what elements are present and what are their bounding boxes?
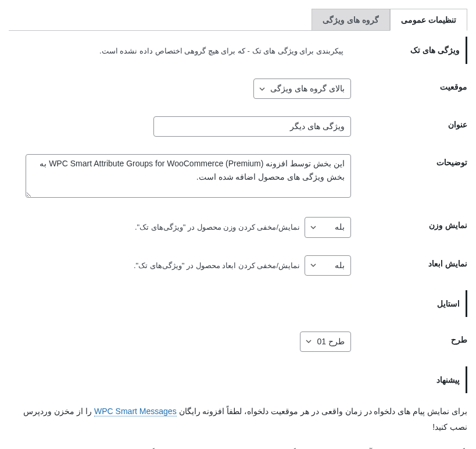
row-show-dimensions: نمایش ابعاد بله نمایش/مخفی کردن ابعاد مح… [9,247,467,284]
row-layout: طرح طرح 01 [9,323,467,361]
section-style-title: استایل [343,299,460,308]
tab-attribute-groups[interactable]: گروه های ویژگی [312,9,390,30]
select-layout[interactable]: طرح 01 [300,332,351,352]
label-show-weight: نمایش وزن [351,217,467,230]
select-show-weight[interactable]: بله [305,217,351,237]
label-layout: طرح [351,332,467,344]
desc-show-weight: نمایش/مخفی کردن وزن محصول در "ویژگی‌های … [135,223,300,231]
link-wpc-smart-messages[interactable]: WPC Smart Messages [94,407,177,416]
row-position: موقعیت بالای گروه های ویژگی [9,70,467,108]
input-title[interactable] [153,116,351,137]
select-position[interactable]: بالای گروه های ویژگی [253,79,351,99]
promo-smart-messages: برای نمایش پیام های دلخواه در زمان واقعی… [9,404,467,434]
label-show-dimensions: نمایش ابعاد [351,255,467,268]
section-style: استایل [9,290,467,317]
label-description: توضیحات [351,154,467,167]
settings-tabs: تنظیمات عمومی گروه های ویژگی [9,9,467,31]
row-show-weight: نمایش وزن بله نمایش/مخفی کردن وزن محصول … [9,208,467,246]
row-title: عنوان [9,108,467,145]
promo-variation-editor: اگر روی متغییرها کار میکنید،آیا می خواهی… [9,445,467,449]
section-desc: پیکربندی برای ویژگی های تک - که برای هیچ… [18,47,343,55]
select-show-dimensions[interactable]: بله [305,255,351,276]
label-title: عنوان [351,116,467,129]
section-suggestion-title: پیشنهاد [343,375,460,384]
label-position: موقعیت [351,79,467,91]
row-description: توضیحات این بخش توسط افزونه WPC Smart At… [9,145,467,208]
section-single-attributes: ویژگی های تک پیکربندی برای ویژگی های تک … [9,37,467,64]
tab-general[interactable]: تنظیمات عمومی [390,9,467,31]
section-suggestion: پیشنهاد [9,366,467,393]
section-title: ویژگی های تک [343,45,460,55]
desc-show-dimensions: نمایش/مخفی کردن ابعاد محصول در "ویژگی‌ها… [134,261,300,270]
textarea-description[interactable]: این بخش توسط افزونه WPC Smart Attribute … [26,154,351,198]
